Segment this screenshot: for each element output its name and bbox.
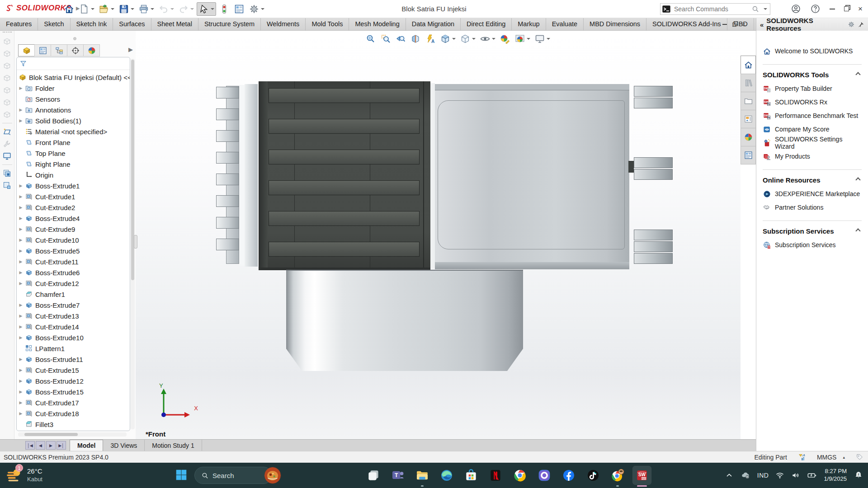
resource-link-subscription-services[interactable]: SWSubscription Services — [763, 238, 862, 252]
panel-flyout-arrow[interactable]: ▶ — [128, 46, 133, 53]
tree-item-cut-extrude14[interactable]: ▶Cut-Extrude14 — [17, 321, 130, 332]
dropdown-icon[interactable] — [492, 38, 495, 40]
section-header-online-resources[interactable]: Online Resources — [763, 174, 862, 185]
language-indicator[interactable]: IND — [757, 472, 769, 479]
first-tab-button[interactable]: │◀ — [25, 441, 35, 450]
document-tab-motion-study-1[interactable]: Motion Study 1 — [145, 440, 202, 451]
resources-home-tab[interactable] — [741, 56, 756, 74]
minimize-window-button[interactable] — [830, 9, 835, 9]
menu-tab-mold-tools[interactable]: Mold Tools — [306, 18, 349, 31]
resource-link-partner-solutions[interactable]: Partner Solutions — [763, 201, 862, 214]
menu-tab-solidworks-add-ins[interactable]: SOLIDWORKS Add-Ins — [646, 18, 727, 31]
scrollbar-thumb[interactable] — [24, 433, 78, 436]
taskbar-app-chrome-profile[interactable] — [609, 466, 627, 484]
menu-tab-sheet-metal[interactable]: Sheet Metal — [151, 18, 198, 31]
menu-tab-direct-editing[interactable]: Direct Editing — [461, 18, 512, 31]
start-button[interactable] — [175, 468, 188, 482]
menu-tab-markup[interactable]: Markup — [512, 18, 546, 31]
collapse-section-icon[interactable] — [855, 72, 860, 77]
units-dropdown-icon[interactable]: ▴ — [843, 455, 845, 460]
onedrive-paused-icon[interactable] — [741, 470, 750, 480]
expand-arrow-icon[interactable]: ▶ — [17, 335, 25, 340]
home-button[interactable] — [62, 2, 76, 16]
select-button[interactable] — [197, 2, 216, 16]
menu-tab-sketch[interactable]: Sketch — [38, 18, 70, 31]
menu-tab-evaluate[interactable]: Evaluate — [546, 18, 584, 31]
tree-item-blok-satria-fu-injeksi-default[interactable]: Blok Satria FU Injeksi (Default) << — [17, 72, 130, 83]
tree-item-chamfer1[interactable]: Chamfer1 — [17, 289, 130, 300]
custom-properties-tab[interactable] — [741, 146, 756, 164]
expand-arrow-icon[interactable]: ▶ — [17, 227, 25, 231]
tree-item-boss-extrude15[interactable]: ▶Boss-Extrude15 — [17, 386, 130, 397]
previous-view-button[interactable] — [394, 33, 407, 45]
expand-arrow-icon[interactable]: ▶ — [17, 270, 25, 275]
tree-item-cut-extrude11[interactable]: ▶Cut-Extrude11 — [17, 256, 130, 267]
account-icon[interactable] — [791, 4, 801, 14]
dropdown-icon[interactable] — [170, 8, 174, 10]
collapse-section-icon[interactable] — [855, 228, 860, 233]
dropdown-icon[interactable] — [472, 38, 476, 40]
taskbar-app-facebook[interactable] — [560, 466, 578, 484]
expand-arrow-icon[interactable]: ▶ — [17, 259, 25, 264]
previous-tab-button[interactable]: ◀ — [36, 441, 45, 450]
menu-tab-weldments[interactable]: Weldments — [261, 18, 306, 31]
featuremanager-tab[interactable] — [18, 44, 35, 56]
collapse-section-icon[interactable] — [855, 177, 860, 182]
expand-arrow-icon[interactable]: ▶ — [17, 281, 25, 286]
menu-tab-sketch-ink[interactable]: Sketch Ink — [71, 18, 113, 31]
tree-item-boss-extrude10[interactable]: ▶Boss-Extrude10 — [17, 332, 130, 343]
resource-link-solidworks-settings-wizard[interactable]: SOLIDWORKS Settings Wizard — [763, 136, 862, 150]
help-icon[interactable] — [810, 4, 821, 14]
tree-item-front-plane[interactable]: Front Plane — [17, 137, 130, 148]
displaymanager-tab[interactable] — [83, 44, 100, 56]
taskbar-app-google-chrome[interactable] — [511, 466, 529, 484]
panel-splitter-handle[interactable] — [134, 235, 137, 249]
expand-arrow-icon[interactable]: ▶ — [17, 411, 25, 416]
view-orientation-button[interactable] — [439, 33, 457, 45]
expand-arrow-icon[interactable]: ▶ — [17, 238, 25, 242]
save-button[interactable] — [117, 2, 136, 16]
taskbar-app-solidworks-2023[interactable]: SW2023 — [633, 466, 651, 484]
menu-tab-mbd-dimensions[interactable]: MBD Dimensions — [584, 18, 646, 31]
section-header-solidworks-tools[interactable]: SOLIDWORKS Tools — [763, 69, 862, 80]
tree-item-cut-extrude17[interactable]: ▶Cut-Extrude17 — [17, 397, 130, 408]
clock[interactable]: 8:27 PM1/9/2025 — [824, 468, 847, 483]
dropdown-icon[interactable] — [190, 8, 194, 10]
weather-widget[interactable]: 1 26°CKabut — [5, 466, 42, 484]
file-explorer-tab[interactable] — [741, 92, 756, 110]
section-header-subscription-services[interactable]: Subscription Services — [763, 225, 862, 236]
dropdown-icon[interactable] — [452, 38, 456, 40]
expand-arrow-icon[interactable]: ▶ — [17, 303, 25, 307]
pin-icon[interactable] — [858, 21, 864, 28]
tree-item-top-plane[interactable]: Top Plane — [17, 148, 130, 159]
expand-arrow-icon[interactable]: ▶ — [17, 389, 25, 394]
next-tab-button[interactable]: ▶ — [46, 441, 56, 450]
dimxpertmanager-tab[interactable] — [67, 44, 84, 56]
view-palette-tab[interactable] — [741, 110, 756, 128]
expand-arrow-icon[interactable]: ▶ — [17, 86, 25, 90]
expand-arrow-icon[interactable]: ▶ — [17, 357, 25, 361]
design-library-tab[interactable] — [741, 74, 756, 92]
last-tab-button[interactable]: ▶│ — [57, 441, 66, 450]
tree-item-boss-extrude6[interactable]: ▶Boss-Extrude6 — [17, 267, 130, 278]
tree-item-cut-extrude2[interactable]: ▶Cut-Extrude2 — [17, 202, 130, 213]
menu-tab-structure-system[interactable]: Structure System — [198, 18, 261, 31]
standard-view-3-button[interactable] — [1, 60, 13, 72]
menu-tab-surfaces[interactable]: Surfaces — [113, 18, 151, 31]
restore-document-button[interactable] — [732, 23, 736, 27]
expand-arrow-icon[interactable]: ▶ — [17, 205, 25, 210]
tree-item-right-plane[interactable]: Right Plane — [17, 159, 130, 169]
wifi-icon[interactable] — [775, 471, 784, 480]
file-properties-button[interactable] — [232, 2, 246, 16]
tree-item-lpattern1[interactable]: LPattern1 — [17, 343, 130, 354]
dropdown-icon[interactable] — [111, 8, 114, 10]
close-window-button[interactable]: × — [858, 5, 863, 13]
display-style-button[interactable] — [459, 33, 476, 45]
zoom-to-area-button[interactable] — [379, 33, 392, 45]
resource-link-compare-my-score[interactable]: Compare My Score — [763, 122, 862, 136]
bell-z-icon[interactable]: z — [854, 470, 863, 480]
tree-item-solid-bodies-1[interactable]: ▶Solid Bodies(1) — [17, 115, 130, 126]
resource-link-my-products[interactable]: My Products — [763, 150, 862, 163]
tree-item-boss-extrude4[interactable]: ▶Boss-Extrude4 — [17, 213, 130, 224]
resource-link-welcome-to-solidworks[interactable]: Welcome to SOLIDWORKS — [763, 44, 862, 58]
